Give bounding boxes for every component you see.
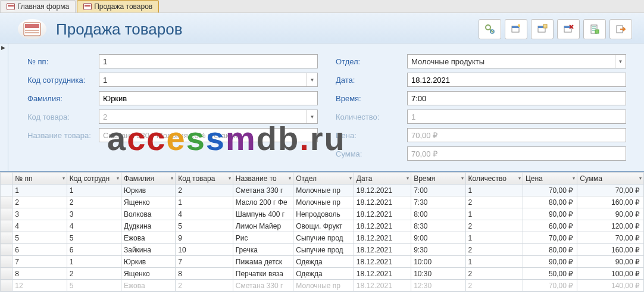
find-button[interactable] (479, 19, 501, 39)
col-item-code[interactable]: Код товара▾ (176, 173, 233, 185)
row-selector[interactable] (1, 196, 12, 208)
cell[interactable]: 100,00 ₽ (577, 268, 644, 280)
cell[interactable]: 9:00 (411, 232, 465, 244)
cell[interactable]: 60,00 ₽ (523, 220, 577, 232)
table-row[interactable]: 125Ежова2Сметана 330 гМолочные пр18.12.2… (1, 280, 644, 292)
cell[interactable]: 18.12.2021 (354, 185, 411, 196)
cell[interactable]: 70,00 ₽ (523, 185, 577, 196)
cell[interactable]: 7:00 (411, 185, 465, 196)
cell[interactable]: Сыпучие прод (293, 232, 354, 244)
report-button[interactable] (583, 19, 606, 39)
cell[interactable]: Ященко (121, 196, 175, 208)
table-row[interactable]: 55Ежова9РисСыпучие прод18.12.20219:00170… (1, 232, 644, 244)
row-selector[interactable] (1, 244, 12, 256)
table-row[interactable]: 71Юркив7Пижама детскОдежда18.12.202110:0… (1, 256, 644, 268)
cell[interactable]: 18.12.2021 (354, 220, 411, 232)
cell[interactable]: 5 (176, 220, 233, 232)
record-selector[interactable] (0, 43, 8, 171)
cell[interactable]: 1 (67, 185, 121, 196)
cell[interactable]: 1 (465, 232, 523, 244)
cell[interactable]: Одежда (293, 256, 354, 268)
table-row[interactable]: 82Ященко8Перчатки вязаОдежда18.12.202110… (1, 268, 644, 280)
cell[interactable]: 7:30 (411, 196, 465, 208)
table-row[interactable]: 44Дудкина5Лимон МайерОвощи. Фрукт18.12.2… (1, 220, 644, 232)
cell[interactable]: Сыпучие прод (293, 244, 354, 256)
combo-emp-code[interactable]: 1 ▼ (99, 73, 318, 87)
tab-sales[interactable]: Продажа товаров (77, 0, 159, 13)
cell[interactable]: Пижама детск (233, 256, 293, 268)
cell[interactable]: 12:30 (411, 280, 465, 292)
cell[interactable]: 1 (67, 256, 121, 268)
cell[interactable]: 1 (176, 196, 233, 208)
save-record-button[interactable] (531, 19, 554, 39)
cell[interactable]: 10 (176, 244, 233, 256)
cell[interactable]: 5 (67, 280, 121, 292)
cell[interactable]: Одежда (293, 268, 354, 280)
cell[interactable]: Гречка (233, 244, 293, 256)
cell[interactable]: 2 (67, 268, 121, 280)
cell[interactable]: 18.12.2021 (354, 280, 411, 292)
chevron-down-icon[interactable]: ▼ (307, 73, 317, 86)
cell[interactable]: 50,00 ₽ (523, 268, 577, 280)
cell[interactable]: 4 (176, 208, 233, 220)
row-selector[interactable] (1, 268, 12, 280)
cell[interactable]: Масло 200 г Фе (233, 196, 293, 208)
cell[interactable]: 10:00 (411, 256, 465, 268)
cell[interactable]: 7 (176, 256, 233, 268)
cell[interactable]: 70,00 ₽ (523, 232, 577, 244)
cell[interactable]: 120,00 ₽ (577, 220, 644, 232)
cell[interactable]: Лимон Майер (233, 220, 293, 232)
cell[interactable]: 70,00 ₽ (523, 280, 577, 292)
cell[interactable]: Молочные пр (293, 185, 354, 196)
col-time[interactable]: Время▾ (411, 173, 465, 185)
cell[interactable]: 140,00 ₽ (577, 280, 644, 292)
cell[interactable]: 1 (12, 185, 67, 196)
cell[interactable]: 4 (12, 220, 67, 232)
new-record-button[interactable] (505, 19, 527, 39)
col-emp-code[interactable]: Код сотрудн▾ (67, 173, 121, 185)
cell[interactable]: 8:30 (411, 220, 465, 232)
cell[interactable]: Ежова (121, 280, 175, 292)
row-selector[interactable] (1, 256, 12, 268)
input-surname[interactable] (99, 91, 318, 105)
col-item-name[interactable]: Название то▾ (233, 173, 293, 185)
cell[interactable]: 5 (12, 232, 67, 244)
col-no-pp[interactable]: № пп▾ (12, 173, 67, 185)
input-date[interactable] (407, 73, 626, 87)
cell[interactable]: 4 (67, 220, 121, 232)
cell[interactable]: 2 (67, 196, 121, 208)
cell[interactable]: 80,00 ₽ (523, 196, 577, 208)
table-row[interactable]: 66Зайкина10ГречкаСыпучие прод18.12.20219… (1, 244, 644, 256)
cell[interactable]: Сметана 330 г (233, 280, 293, 292)
input-time[interactable] (407, 91, 626, 105)
cell[interactable]: 8 (176, 268, 233, 280)
combo-item-code[interactable]: 2 ▼ (99, 110, 318, 124)
cell[interactable]: 9:30 (411, 244, 465, 256)
row-selector[interactable] (1, 185, 12, 196)
cell[interactable]: 1 (465, 185, 523, 196)
cell[interactable]: Юркив (121, 185, 175, 196)
cell[interactable]: 3 (67, 208, 121, 220)
cell[interactable]: 90,00 ₽ (577, 208, 644, 220)
cell[interactable]: Перчатки вяза (233, 268, 293, 280)
cell[interactable]: 1 (465, 208, 523, 220)
close-form-button[interactable] (609, 19, 632, 39)
cell[interactable]: Зайкина (121, 244, 175, 256)
cell[interactable]: 2 (465, 244, 523, 256)
cell[interactable]: Юркив (121, 256, 175, 268)
cell[interactable]: 5 (67, 232, 121, 244)
table-row[interactable]: 22Ященко1Масло 200 г ФеМолочные пр18.12.… (1, 196, 644, 208)
cell[interactable]: Дудкина (121, 220, 175, 232)
cell[interactable]: 3 (12, 208, 67, 220)
cell[interactable]: Рис (233, 232, 293, 244)
row-selector[interactable] (1, 220, 12, 232)
table-row[interactable]: 33Волкова4Шампунь 400 гНепродоволь18.12.… (1, 208, 644, 220)
table-row[interactable]: 11Юркив2Сметана 330 гМолочные пр18.12.20… (1, 185, 644, 196)
cell[interactable]: 6 (67, 244, 121, 256)
cell[interactable]: 2 (465, 196, 523, 208)
cell[interactable]: 2 (465, 220, 523, 232)
cell[interactable]: 18.12.2021 (354, 196, 411, 208)
cell[interactable]: 10:30 (411, 268, 465, 280)
cell[interactable]: Овощи. Фрукт (293, 220, 354, 232)
cell[interactable]: 90,00 ₽ (577, 256, 644, 268)
